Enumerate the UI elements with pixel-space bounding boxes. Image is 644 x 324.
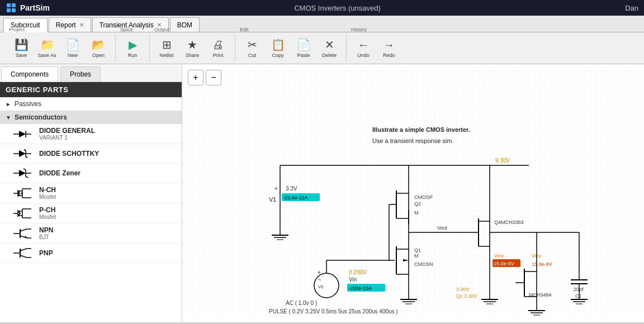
component-diode-schottky[interactable]: DIODE SCHOTTKY [0,144,182,164]
toolbar-group-spice: Spice▶Run [116,35,150,61]
window-title: CMOS Inverters (unsaved) [294,4,381,12]
zoom-out-button[interactable]: − [206,70,221,85]
component-name-diode-zener: DIODE Zener [39,169,80,177]
share-button[interactable]: ★Share [180,35,205,61]
pnp-icon [11,246,34,260]
svg-line-39 [20,229,27,231]
delete-button[interactable]: ✕Delete [317,35,342,61]
tab-report[interactable]: Report✕ [49,17,91,32]
run-icon: ▶ [129,38,137,51]
run-label: Run [128,53,138,58]
user-name: Dan [625,4,638,12]
sidebar: ComponentsProbes GENERIC PARTS ► Passive… [0,64,182,322]
redo-icon: → [383,39,395,51]
copy-button[interactable]: 📋Copy [266,35,290,61]
svg-text:Vinv: Vinv [494,253,504,259]
component-pnp[interactable]: PNP [0,244,182,263]
svg-text:CMOSN: CMOSN [414,261,433,267]
svg-line-14 [23,169,26,170]
svg-text:M: M [414,210,419,216]
save-as-label: Save As [37,53,56,58]
svg-text:CMOSP: CMOSP [414,194,433,200]
component-n-ch[interactable]: N-CHMosfet [0,183,182,203]
component-variant-npn: BJT [39,234,53,240]
nmos-icon [11,187,34,200]
svg-text:20pf: 20pf [574,287,584,292]
undo-button[interactable]: ←Undo [351,35,376,61]
svg-text:-23.4e-12A: -23.4e-12A [283,195,308,201]
pmos-icon [11,207,34,220]
svg-text:V2: V2 [318,284,324,289]
svg-marker-13 [19,170,26,177]
component-variant-p-ch: Mosfet [39,214,56,220]
svg-text:C1: C1 [575,293,582,299]
generic-parts-header: GENERIC PARTS [0,82,182,97]
toolbar-group-edit: Edit✂Cut📋Copy📄Paste✕Delete [235,35,347,61]
categories: ► Passives▼ SemiconductorsDIODE GENERALV… [0,97,182,263]
category-semiconductors[interactable]: ▼ Semiconductors [0,111,182,124]
diode-icon [11,127,34,141]
sidebar-tab-components[interactable]: Components [1,66,58,82]
undo-label: Undo [357,53,370,58]
toolbar-group-label: History [351,27,367,32]
component-variant-diode-general: VARIANT 1 [39,135,95,141]
svg-marker-9 [19,150,26,157]
toolbar-group-output: Output⊞Netlist★Share🖨Print [150,35,235,61]
component-p-ch[interactable]: P-CHMosfet [0,203,182,223]
component-diode-zener[interactable]: DIODE Zener [0,164,182,183]
delete-label: Delete [322,53,337,58]
paste-icon: 📄 [297,38,311,51]
svg-text:M: M [414,253,419,259]
svg-text:AC ( 1.0v 0 ): AC ( 1.0v 0 ) [286,300,317,306]
netlist-label: Netlist [159,53,173,58]
component-diode-general[interactable]: DIODE GENERALVARIANT 1 [0,124,182,144]
paste-button[interactable]: 📄Paste [291,35,316,61]
npn-icon [11,227,34,240]
toolbar: Project💾Save📁Save As📄New📂OpenSpice▶RunOu… [0,32,644,64]
zoom-in-button[interactable]: + [188,70,203,85]
component-name-npn: NPN [39,226,53,234]
svg-rect-0 [7,3,11,7]
canvas-area[interactable]: + − Illustrate a simple CMOS inverter. U… [182,64,644,322]
toolbar-group-label: Edit [240,27,249,32]
print-button[interactable]: 🖨Print [206,35,230,61]
svg-text:0.200V: 0.200V [349,269,367,275]
svg-text:Vout: Vout [437,225,448,231]
svg-line-16 [26,177,28,178]
zoom-controls: + − [188,70,221,85]
run-button[interactable]: ▶Run [120,35,145,61]
logo: PartSim [6,2,50,13]
component-name-n-ch: N-CH [39,186,56,194]
redo-button[interactable]: →Redo [377,35,401,61]
cut-button[interactable]: ✂Cut [240,35,264,61]
new-button[interactable]: 📄New [60,35,85,61]
save-as-button[interactable]: 📁Save As [35,35,59,61]
svg-text:15.0e-9V: 15.0e-9V [494,261,514,266]
component-variant-n-ch: Mosfet [39,194,56,200]
svg-text:3.3V: 3.3V [286,185,297,192]
topbar: PartSim CMOS Inverters (unsaved) Dan [0,0,644,16]
toolbar-group-history: History←Undo→Redo [347,35,406,61]
netlist-icon: ⊞ [162,38,172,51]
copy-icon: 📋 [271,38,285,51]
component-npn[interactable]: NPNBJT [0,223,182,244]
tab-close-report[interactable]: ✕ [79,22,84,28]
svg-marker-5 [19,131,26,137]
svg-rect-2 [7,8,11,12]
copy-label: Copy [272,53,283,58]
category-passives[interactable]: ► Passives [0,97,182,111]
sidebar-tab-probes[interactable]: Probes [60,66,101,82]
print-label: Print [213,53,224,58]
save-button[interactable]: 💾Save [9,35,34,61]
arrow-icon: ▼ [6,115,11,121]
cut-label: Cut [248,53,256,58]
open-button[interactable]: 📂Open [86,35,111,61]
schematic-canvas: Illustrate a simple CMOS inverter. Use a… [182,64,644,322]
svg-text:MCH3383: MCH3383 [501,220,524,225]
open-icon: 📂 [92,38,106,51]
netlist-button[interactable]: ⊞Netlist [154,35,179,61]
tab-bom[interactable]: BOM [170,17,200,32]
new-icon: 📄 [66,38,80,51]
diode-schottky-icon [11,147,34,160]
cut-icon: ✂ [248,38,257,51]
